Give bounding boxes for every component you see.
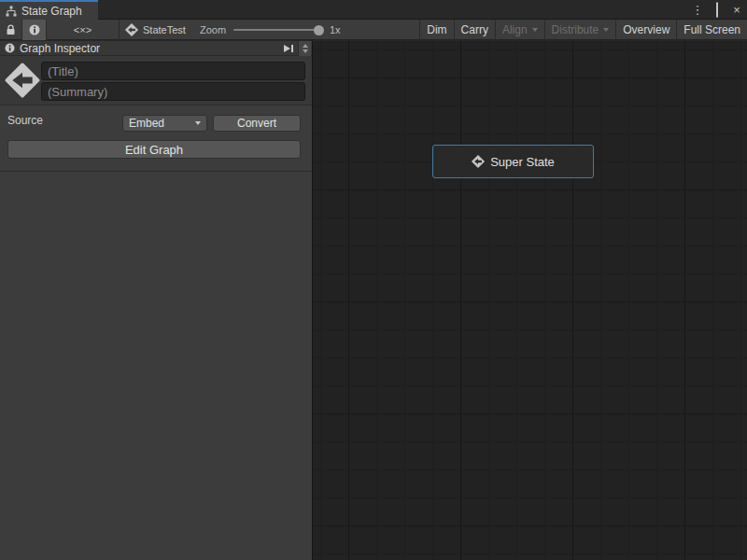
tab-bar: State Graph ⋮ × [0,0,747,20]
inspector-header: Graph Inspector [0,41,312,56]
inspector-toggle-button[interactable] [22,20,46,40]
header-scroll-spinner[interactable] [298,41,311,56]
toolbar-right-group: Dim Carry Align Distribute Overview Full… [419,20,747,40]
carry-button[interactable]: Carry [454,20,495,40]
lock-icon [6,24,16,35]
overview-button[interactable]: Overview [615,20,676,40]
code-icon: <×> [74,24,92,35]
tab-label: State Graph [21,5,82,18]
info-icon [29,24,40,35]
zoom-slider-track[interactable] [233,29,319,31]
distribute-button[interactable]: Distribute [544,20,616,40]
expand-sidebar-button[interactable] [280,42,297,55]
lock-button[interactable] [0,20,21,40]
edit-graph-button[interactable]: Edit Graph [7,140,301,159]
expand-panel-icon [283,44,294,53]
zoom-value: 1x [330,20,341,40]
state-icon [125,23,138,36]
chevron-down-icon [532,28,538,32]
title-field[interactable] [41,62,305,80]
node-label: Super State [490,155,555,169]
fullscreen-button[interactable]: Full Screen [676,20,747,40]
convert-button[interactable]: Convert [213,115,301,132]
summary-field[interactable] [41,82,305,101]
zoom-slider-thumb[interactable] [314,25,324,35]
source-label: Source [7,114,43,127]
tab-state-graph[interactable]: State Graph [0,0,98,20]
zoom-label: Zoom [200,20,226,40]
chevron-down-icon [603,28,609,32]
section-divider [0,171,312,172]
dim-button[interactable]: Dim [419,20,453,40]
super-state-node[interactable]: Super State [432,145,594,178]
inspector-title: Graph Inspector [20,42,100,55]
graph-toolbar: <×> StateTest Zoom 1x Dim Carry Align Di… [0,20,747,40]
graph-canvas[interactable]: Super State [313,41,747,560]
close-icon[interactable]: × [730,4,743,16]
source-dropdown-value: Embed [129,117,164,130]
graph-inspector-panel: Graph Inspector Source Embed [0,41,313,560]
graph-name-label: StateTest [143,24,186,35]
arrow-down-icon[interactable] [303,49,308,53]
info-icon [5,43,15,53]
graph-meta-section [0,56,312,105]
window-controls: ⋮ × [691,0,743,20]
code-view-button[interactable]: <×> [47,20,119,40]
graph-hierarchy-icon [6,6,17,17]
align-button[interactable]: Align [495,20,544,40]
chevron-down-icon [195,121,201,125]
source-dropdown[interactable]: Embed [122,115,207,132]
state-graph-window: State Graph ⋮ × <×> [0,0,747,560]
kebab-menu-icon[interactable]: ⋮ [691,4,704,16]
maximize-icon[interactable] [711,4,724,16]
graph-breadcrumb-statetest[interactable]: StateTest [120,20,191,40]
state-icon [472,155,485,168]
arrow-up-icon[interactable] [303,44,308,48]
state-machine-icon [5,59,40,102]
